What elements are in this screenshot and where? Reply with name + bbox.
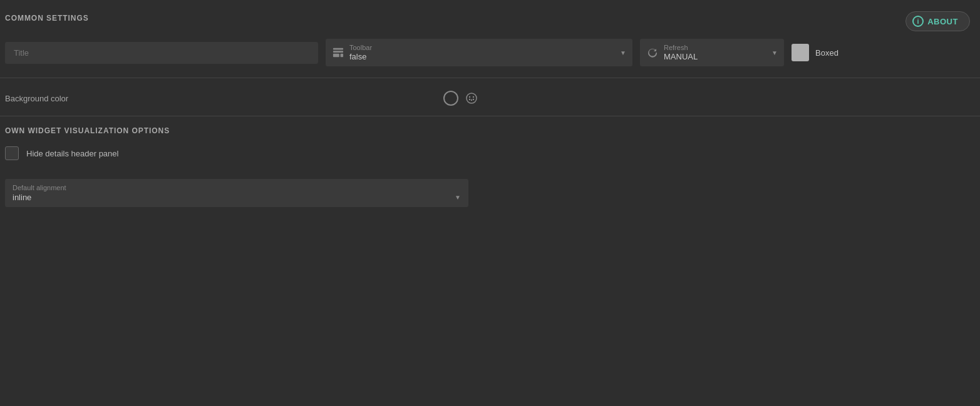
bg-color-circle[interactable]: [443, 91, 458, 106]
own-widget-title: OWN WIDGET VISUALIZATION OPTIONS: [5, 126, 975, 135]
hide-details-label: Hide details header panel: [26, 149, 118, 158]
toolbar-select-labels: Toolbar false: [349, 44, 615, 61]
toolbar-value: false: [349, 52, 615, 61]
refresh-dropdown-arrow: ▼: [771, 49, 778, 56]
refresh-select[interactable]: Refresh MANUAL ▼: [640, 39, 784, 66]
palette-icon[interactable]: [465, 91, 478, 105]
own-widget-section: OWN WIDGET VISUALIZATION OPTIONS Hide de…: [0, 116, 980, 207]
svg-point-8: [469, 99, 470, 100]
toolbar-label: Toolbar: [349, 44, 615, 51]
refresh-select-labels: Refresh MANUAL: [664, 44, 766, 61]
about-button[interactable]: i ABOUT: [905, 11, 970, 31]
alignment-select[interactable]: Default alignment inline ▼: [5, 179, 468, 207]
toolbar-select[interactable]: Toolbar false ▼: [326, 39, 632, 66]
common-settings-row: Toolbar false ▼ Refresh MANUAL ▼ Boxed: [0, 31, 980, 78]
alignment-label: Default alignment: [13, 184, 461, 191]
boxed-checkbox[interactable]: [792, 44, 809, 61]
alignment-dropdown-arrow: ▼: [455, 194, 461, 201]
alignment-value-row: inline ▼: [13, 193, 461, 202]
bg-color-section: Background color: [0, 78, 980, 116]
bg-color-row: Background color: [5, 91, 975, 106]
refresh-label: Refresh: [664, 44, 766, 51]
svg-point-5: [469, 96, 470, 98]
svg-rect-3: [341, 54, 344, 57]
boxed-label: Boxed: [815, 48, 838, 58]
refresh-value: MANUAL: [664, 52, 766, 61]
svg-point-9: [473, 99, 474, 100]
svg-point-7: [471, 99, 472, 101]
svg-point-6: [473, 96, 474, 98]
svg-rect-1: [333, 51, 343, 53]
refresh-icon: [646, 46, 659, 59]
common-settings-title: COMMON SETTINGS: [5, 11, 89, 23]
svg-rect-0: [333, 48, 343, 50]
about-button-label: ABOUT: [927, 17, 958, 26]
alignment-value: inline: [13, 193, 31, 202]
toolbar-dropdown-arrow: ▼: [620, 49, 626, 56]
svg-point-4: [467, 93, 477, 103]
boxed-wrapper: Boxed: [792, 44, 838, 61]
toolbar-icon: [332, 46, 344, 59]
hide-details-row: Hide details header panel: [5, 146, 975, 160]
title-input[interactable]: [5, 42, 318, 64]
svg-rect-2: [333, 54, 339, 57]
info-icon: i: [912, 16, 924, 27]
hide-details-checkbox[interactable]: [5, 146, 19, 160]
default-alignment-section: Default alignment inline ▼: [5, 179, 975, 207]
bg-color-label: Background color: [5, 94, 93, 103]
